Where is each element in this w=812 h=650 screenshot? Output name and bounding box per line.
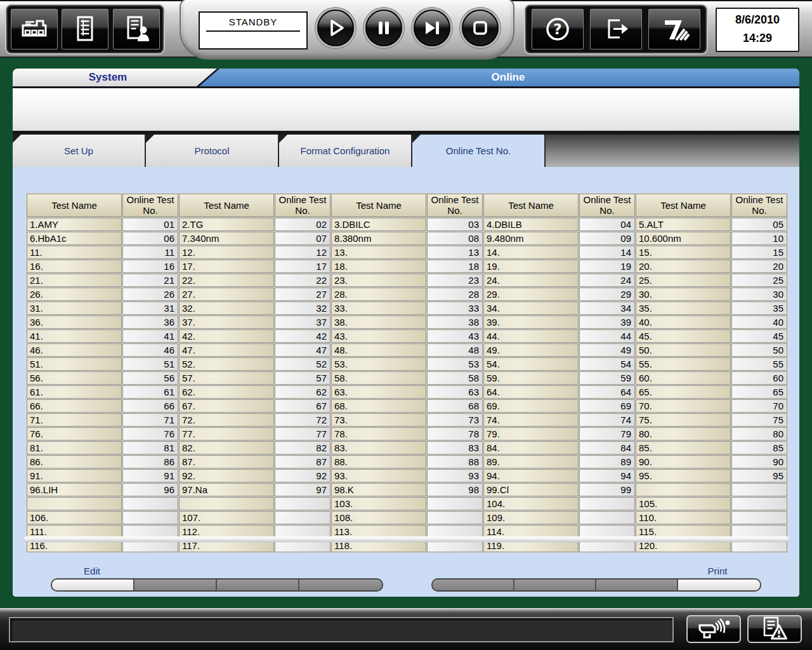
test-name-cell[interactable]: 5.ALT xyxy=(636,218,731,231)
test-name-cell[interactable]: 79. xyxy=(483,427,579,441)
online-no-cell[interactable]: 21 xyxy=(122,274,178,287)
online-no-cell[interactable]: 20 xyxy=(731,260,787,273)
test-name-cell[interactable]: 64. xyxy=(483,385,579,399)
test-name-cell[interactable]: 71. xyxy=(27,413,122,427)
test-name-cell[interactable]: 35. xyxy=(636,302,731,315)
test-name-cell[interactable]: 77. xyxy=(179,427,274,441)
online-no-cell[interactable] xyxy=(731,483,787,496)
test-name-cell[interactable]: 25. xyxy=(636,274,731,287)
online-no-cell[interactable]: 05 xyxy=(731,218,787,231)
test-name-cell[interactable]: 57. xyxy=(179,371,274,385)
test-name-cell[interactable]: 52. xyxy=(179,357,274,371)
test-name-cell[interactable]: 74. xyxy=(483,413,579,427)
online-no-cell[interactable]: 37 xyxy=(275,315,331,329)
online-no-cell[interactable]: 60 xyxy=(731,371,787,385)
test-name-cell[interactable]: 39. xyxy=(483,315,579,329)
test-name-cell[interactable]: 45. xyxy=(636,329,731,343)
test-name-cell[interactable] xyxy=(179,497,274,510)
online-no-cell[interactable]: 63 xyxy=(427,385,483,399)
online-no-cell[interactable]: 38 xyxy=(427,315,483,329)
online-no-cell[interactable]: 39 xyxy=(579,315,635,329)
test-name-cell[interactable]: 31. xyxy=(27,302,122,315)
online-no-cell[interactable]: 92 xyxy=(275,469,331,482)
online-no-cell[interactable]: 56 xyxy=(122,371,178,385)
online-no-cell[interactable]: 77 xyxy=(275,427,331,441)
online-no-cell[interactable]: 24 xyxy=(579,274,635,287)
test-name-cell[interactable]: 110. xyxy=(636,511,731,524)
test-name-cell[interactable]: 105. xyxy=(636,497,731,510)
test-name-cell[interactable]: 98.K xyxy=(331,483,426,496)
online-no-cell[interactable]: 85 xyxy=(731,441,787,454)
test-name-cell[interactable]: 54. xyxy=(483,357,579,371)
test-name-cell[interactable]: 41. xyxy=(27,329,122,343)
online-no-cell[interactable]: 28 xyxy=(427,288,483,301)
tab-protocol[interactable]: Protocol xyxy=(146,135,279,167)
test-name-cell[interactable]: 18. xyxy=(331,260,426,273)
test-name-cell[interactable]: 69. xyxy=(483,399,579,413)
test-name-cell[interactable]: 70. xyxy=(636,399,731,413)
test-name-cell[interactable]: 55. xyxy=(636,357,731,371)
test-name-cell[interactable]: 48. xyxy=(331,343,426,357)
test-name-cell[interactable]: 30. xyxy=(636,288,731,301)
online-no-cell[interactable]: 18 xyxy=(427,260,483,273)
online-no-cell[interactable]: 91 xyxy=(122,469,178,482)
online-no-cell[interactable]: 14 xyxy=(579,246,635,259)
online-no-cell[interactable]: 49 xyxy=(579,343,635,357)
test-name-cell[interactable]: 99.Cl xyxy=(483,483,579,496)
online-no-cell[interactable]: 95 xyxy=(731,469,787,482)
error-log-button[interactable] xyxy=(747,615,802,643)
test-name-cell[interactable]: 9.480nm xyxy=(483,232,579,245)
online-no-cell[interactable]: 53 xyxy=(427,357,483,371)
test-name-cell[interactable]: 81. xyxy=(27,441,122,454)
test-name-cell[interactable]: 20. xyxy=(636,260,731,273)
stripes-logo-button[interactable] xyxy=(648,9,700,50)
test-name-cell[interactable]: 67. xyxy=(179,399,274,413)
test-name-cell[interactable]: 14. xyxy=(483,246,579,259)
online-no-cell[interactable] xyxy=(122,497,178,510)
online-no-cell[interactable]: 03 xyxy=(427,218,483,231)
test-name-cell[interactable]: 15. xyxy=(636,246,731,259)
test-name-cell[interactable]: 91. xyxy=(27,469,122,482)
test-name-cell[interactable]: 50. xyxy=(636,343,731,357)
test-name-cell[interactable]: 44. xyxy=(483,329,579,343)
test-name-cell[interactable]: 97.Na xyxy=(179,483,274,496)
online-no-cell[interactable]: 99 xyxy=(579,483,635,496)
online-no-cell[interactable]: 13 xyxy=(427,246,483,259)
online-no-cell[interactable]: 11 xyxy=(122,246,178,259)
test-name-cell[interactable]: 68. xyxy=(331,399,426,413)
online-no-cell[interactable] xyxy=(275,511,331,524)
test-name-cell[interactable]: 49. xyxy=(483,343,579,357)
online-no-cell[interactable]: 19 xyxy=(579,260,635,273)
test-name-cell[interactable]: 59. xyxy=(483,371,579,385)
test-name-cell[interactable]: 6.HbA1c xyxy=(27,232,122,245)
online-no-cell[interactable]: 96 xyxy=(122,483,178,496)
online-no-cell[interactable]: 02 xyxy=(275,218,331,231)
test-name-cell[interactable]: 56. xyxy=(27,371,122,385)
online-no-cell[interactable]: 12 xyxy=(275,246,331,259)
test-name-cell[interactable]: 27. xyxy=(179,288,274,301)
online-no-cell[interactable]: 59 xyxy=(579,371,635,385)
edit-button[interactable] xyxy=(52,580,134,590)
test-name-cell[interactable]: 82. xyxy=(179,441,274,454)
online-no-cell[interactable]: 43 xyxy=(427,329,483,343)
tab-set-up[interactable]: Set Up xyxy=(13,135,146,167)
test-name-cell[interactable]: 66. xyxy=(27,399,122,413)
tab-format-configuration[interactable]: Format Configuration xyxy=(279,135,412,167)
online-no-cell[interactable]: 31 xyxy=(122,302,178,315)
online-no-cell[interactable]: 07 xyxy=(275,232,331,245)
online-no-cell[interactable]: 68 xyxy=(427,399,483,413)
online-no-cell[interactable]: 01 xyxy=(122,218,178,231)
test-name-cell[interactable]: 2.TG xyxy=(179,218,274,231)
worklist-button[interactable] xyxy=(62,9,108,50)
online-no-cell[interactable]: 78 xyxy=(427,427,483,441)
online-no-cell[interactable]: 29 xyxy=(579,288,635,301)
online-no-cell[interactable]: 97 xyxy=(275,483,331,496)
test-name-cell[interactable]: 72. xyxy=(179,413,274,427)
online-no-cell[interactable]: 57 xyxy=(275,371,331,385)
online-no-cell[interactable]: 67 xyxy=(275,399,331,413)
online-no-cell[interactable] xyxy=(427,511,483,524)
online-no-cell[interactable]: 81 xyxy=(122,441,178,454)
test-name-cell[interactable]: 12. xyxy=(179,246,274,259)
online-no-cell[interactable]: 50 xyxy=(731,343,787,357)
online-no-cell[interactable]: 93 xyxy=(427,469,483,482)
